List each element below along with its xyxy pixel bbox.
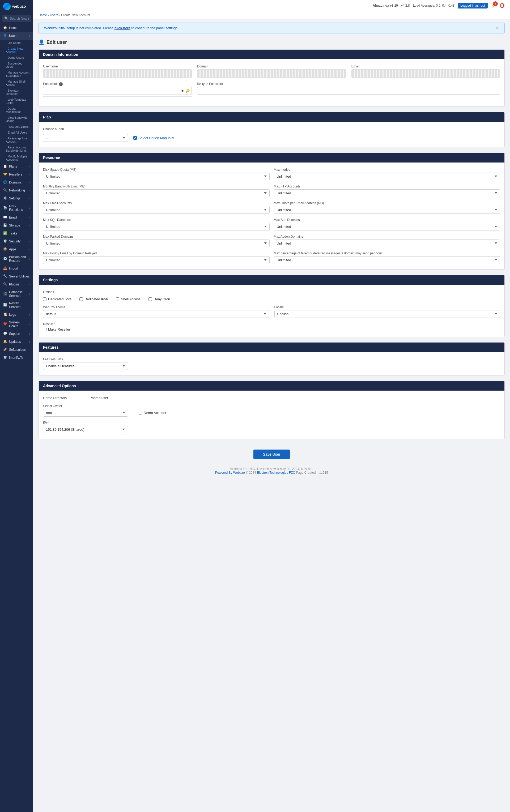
failed-pct-select[interactable]: Unlimited — [274, 256, 501, 264]
chevron-right-icon: › — [29, 240, 30, 243]
sidebar-item-label: ImunifyAV — [9, 356, 23, 359]
sub-nav-rearrange[interactable]: - Rearrange User Account — [0, 136, 33, 144]
logged-in-button[interactable]: Logged in as root — [458, 3, 488, 8]
sidebar-item-resellers[interactable]: 🤝 Resellers › — [0, 171, 33, 178]
sidebar-item-softaculous[interactable]: 🚀 Softaculous — [0, 346, 33, 354]
dedicated-ipv4-checkbox[interactable] — [43, 297, 47, 301]
sidebar-item-settings[interactable]: ⚙️ Settings › — [0, 194, 33, 202]
make-reseller-option: Make Reseller — [43, 327, 500, 331]
resource-max-inodes: Max Inodes Unlimited — [274, 168, 501, 180]
sidebar-item-storage[interactable]: 💾 Storage › — [0, 222, 33, 229]
sub-nav-create-account[interactable]: - Create New Account — [0, 46, 33, 55]
sidebar-item-imunifyav[interactable]: 🛡️ ImunifyAV — [0, 354, 33, 361]
sidebar-item-domains[interactable]: 🌐 Domains › — [0, 178, 33, 186]
sub-nav-email-all[interactable]: - Email All Users — [0, 129, 33, 136]
sidebar-item-import[interactable]: 📥 Import — [0, 264, 33, 272]
sidebar-item-plugins[interactable]: 🔌 Plugins › — [0, 281, 33, 288]
search-box[interactable]: 🔍 — [2, 15, 31, 22]
breadcrumb-home[interactable]: Home — [38, 13, 47, 17]
hourly-email-select[interactable]: Unlimited — [43, 256, 270, 264]
sub-nav-resource-limits[interactable]: - Resource Limits — [0, 124, 33, 129]
sidebar-item-apps[interactable]: 📦 Apps › — [0, 245, 33, 253]
owner-select[interactable]: root — [43, 409, 128, 416]
resellers-icon: 🤝 — [3, 172, 7, 177]
resource-ftp: Max FTP Accounts Unlimited — [274, 184, 501, 197]
sub-nav-manage-suspension[interactable]: - Manage Account Suspension — [0, 69, 33, 79]
search-input[interactable] — [10, 17, 29, 21]
sub-nav-skeleton[interactable]: - Skeleton Directory — [0, 88, 33, 97]
bandwidth-select[interactable]: Unlimited — [43, 189, 270, 197]
alert-text: Webuzo initial setup is not completed. P… — [44, 26, 178, 30]
sidebar-item-tasks[interactable]: ✅ Tasks — [0, 229, 33, 237]
features-sets-select[interactable]: Enable all features Default Custom — [43, 362, 128, 370]
resource-grid: Disk Space Quota (MB) Unlimited Max Inod… — [43, 168, 500, 264]
sub-nav-demo-users[interactable]: - Demo Users — [0, 55, 33, 61]
save-row: Save User — [33, 444, 510, 464]
import-icon: 📥 — [3, 266, 7, 270]
alert-close-button[interactable]: ✕ — [495, 26, 499, 31]
sidebar-item-plans[interactable]: 📋 Plans › — [0, 163, 33, 171]
deny-cron-checkbox[interactable] — [148, 297, 152, 301]
sql-select[interactable]: Unlimited — [43, 223, 270, 231]
addon-select[interactable]: Unlimited — [274, 239, 501, 247]
key-icon[interactable]: 🔑 — [186, 89, 190, 93]
sidebar-item-email[interactable]: ✉️ Email › — [0, 213, 33, 222]
plan-section: Plan Choose a Plan --- Select Option Man… — [38, 112, 505, 147]
sidebar-item-networking[interactable]: 🔌 Networking › — [0, 186, 33, 194]
sub-nav-template-editor[interactable]: - Web Template Editor — [0, 97, 33, 106]
alert-link[interactable]: click here — [114, 26, 131, 30]
sidebar-item-updates[interactable]: 🔔 Updates › — [0, 338, 33, 346]
sub-nav-shell-access[interactable]: - Manage Shell Access — [0, 79, 33, 88]
sidebar-item-logs[interactable]: 📜 Logs › — [0, 311, 33, 319]
sidebar-item-server[interactable]: 🔧 Server Utilities — [0, 272, 33, 281]
eye-icon[interactable]: 👁 — [181, 89, 185, 93]
sidebar-item-syshealth[interactable]: ❤️ System Health › — [0, 319, 33, 330]
sidebar-item-support[interactable]: 💬 Support › — [0, 330, 33, 338]
theme-select[interactable]: default dark light — [43, 310, 269, 318]
email-accounts-select[interactable]: Unlimited — [43, 206, 270, 214]
sidebar-item-dns[interactable]: 📡 DNS Functions › — [0, 202, 33, 213]
footer-powered-link[interactable]: Powered By Webuzo — [215, 471, 245, 474]
circle-icon[interactable]: ⭕ — [499, 3, 505, 8]
demo-account-checkbox[interactable] — [139, 411, 142, 414]
locale-select[interactable]: English French Spanish German — [274, 310, 501, 318]
footer-company-link[interactable]: Electron Technologies FZC — [257, 471, 295, 474]
select-manually-checkbox[interactable] — [133, 136, 137, 140]
sidebar-item-home[interactable]: 🏠 Home — [0, 24, 33, 32]
breadcrumb-sep2: › — [59, 13, 61, 17]
make-reseller-checkbox[interactable] — [43, 328, 47, 331]
sub-nav-modify-multiple[interactable]: - Modify Multiple Accounts — [0, 153, 33, 163]
plan-select[interactable]: --- — [43, 134, 128, 142]
subdomains-select[interactable]: Unlimited — [274, 223, 501, 231]
breadcrumb-users[interactable]: Users — [50, 13, 58, 17]
save-user-button[interactable]: Save User — [253, 450, 290, 459]
sidebar-item-backup[interactable]: 💿 Backup and Restore › — [0, 253, 33, 264]
password-input[interactable] — [43, 87, 192, 95]
edit-user-icon: 👤 — [38, 39, 45, 45]
retype-password-input[interactable] — [197, 87, 500, 94]
sub-nav-list-users[interactable]: - List Users — [0, 40, 33, 46]
sidebar-toggle[interactable]: ‹ — [38, 3, 39, 7]
sidebar-item-restart[interactable]: 🔄 Restart Services — [0, 299, 33, 311]
ftp-select[interactable]: Unlimited — [274, 189, 501, 197]
parked-select[interactable]: Unlimited — [43, 239, 270, 247]
sidebar-item-label: Restart Services — [9, 301, 30, 309]
email-quota-select[interactable]: Unlimited — [274, 206, 501, 214]
hourly-email-label: Max Hourly Email by Domain Relayed — [43, 252, 270, 255]
disk-space-select[interactable]: Unlimited — [43, 173, 270, 180]
sub-nav-bandwidth[interactable]: - View Bandwidth Usage — [0, 115, 33, 124]
max-inodes-select[interactable]: Unlimited — [274, 173, 501, 180]
dedicated-ipv6-checkbox[interactable] — [79, 297, 83, 301]
version-info: v4.2.8 — [401, 4, 410, 7]
ipv4-select[interactable]: 151.80.194.206 (Shared) — [43, 426, 128, 433]
sidebar-item-security[interactable]: 🛡️ Security › — [0, 237, 33, 245]
sidebar-item-users[interactable]: 👤 Users › — [0, 32, 33, 40]
resource-body: Disk Space Quota (MB) Unlimited Max Inod… — [39, 163, 504, 269]
sub-nav-quota-mod[interactable]: - Quota Modification — [0, 106, 33, 115]
sidebar-item-dbservices[interactable]: 🗄️ Database Services › — [0, 288, 33, 299]
sub-nav-reset-bw[interactable]: - Reset Account Bandwidth Limit — [0, 144, 33, 153]
domains-icon: 🌐 — [3, 180, 7, 184]
shell-access-checkbox[interactable] — [116, 297, 119, 301]
sub-nav-suspended-users[interactable]: - Suspended Users — [0, 61, 33, 69]
sidebar-item-label: Apps — [9, 248, 16, 251]
